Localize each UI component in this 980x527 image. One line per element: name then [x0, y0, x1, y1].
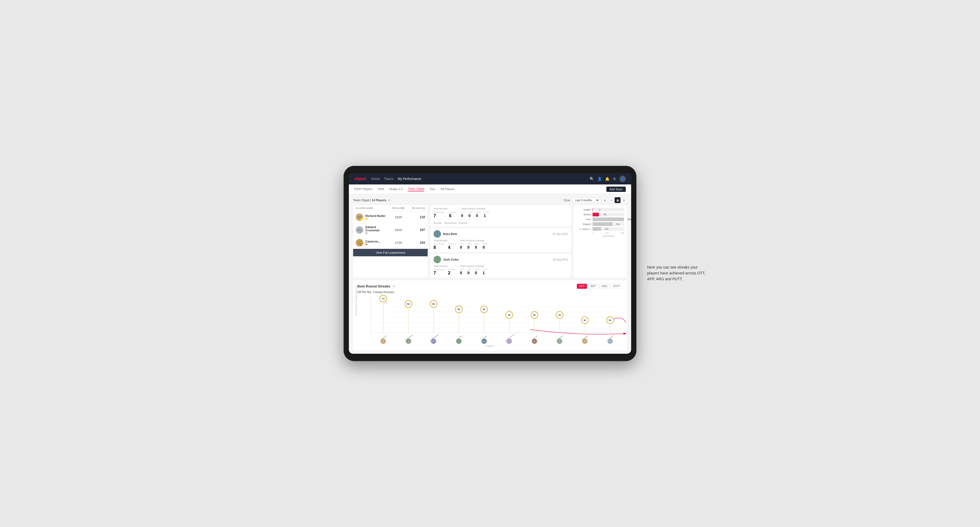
filter-putt-button[interactable]: PUTT [611, 284, 623, 289]
filter-arg-button[interactable]: ARG [599, 284, 610, 289]
sub-nav-team-clippd[interactable]: Team Clippd [408, 187, 424, 191]
table-row: RB 1 Richard Butler ⬟ 19/20 110 [353, 211, 428, 223]
bar-label-birdies: Birdies [576, 213, 591, 216]
pc-header-josh: JC Josh Coles 26 Aug 2023 [434, 256, 568, 263]
player-cards-column: Total Rounds Tournament 7 Practice 6 [430, 205, 571, 278]
player-avatar-small: M [557, 338, 562, 344]
y-axis-label: Best Streak, Fairway Accuracy [355, 315, 357, 316]
period-select[interactable]: Last 3 months Last 6 months Last 12 mont… [572, 198, 600, 203]
nav-avatar[interactable]: 👤 [619, 176, 626, 182]
streak-bubble: 5x [455, 306, 463, 313]
filter-app-button[interactable]: APP [588, 284, 598, 289]
view-full-leaderboard-button[interactable]: View Full Leaderboard [353, 249, 428, 256]
lb-avg-1: 110 [409, 215, 425, 219]
rank-badge-2: 2 [360, 230, 363, 234]
streak-bubble: 4x [506, 311, 513, 319]
lb-col-player: PLAYER NAME [356, 207, 388, 210]
team-title: Team Clippd | 14 Players ✏ [353, 198, 390, 202]
streak-bubble: 4x [556, 311, 563, 319]
sub-nav-all-players[interactable]: All Players [441, 187, 455, 191]
bar-fill-dbogeys: 131 [593, 227, 601, 231]
player-date-josh: 26 Aug 2023 [553, 258, 568, 261]
bar-track-pars: 499 [593, 217, 624, 221]
pc-header-rees: RB Rees Britt 02 Sep 2023 [434, 230, 568, 238]
bar-value-eagles: 3 [599, 208, 600, 211]
bar-row-eagles: Eagles 3 [576, 208, 624, 211]
total-practice-label-josh: Total Practice Activities [460, 265, 488, 268]
lb-avg-2: 107 [409, 228, 425, 232]
player-column: 4xD. FordD [522, 297, 547, 333]
lb-player-2: EC 2 Edward Crossman ⬟ [356, 225, 388, 235]
bar-chart: Eagles 3 Birdies [576, 208, 624, 231]
app-label: APP [468, 211, 473, 213]
nav-link-my-performance[interactable]: My Performance [398, 177, 421, 181]
bar-fill-birdies: 96 [593, 213, 599, 216]
bar-label-eagles: Eagles [576, 208, 591, 211]
sub-nav-pgat[interactable]: PGAT Players [354, 187, 372, 191]
player-card-josh: JC Josh Coles 26 Aug 2023 Total Rounds T… [430, 254, 571, 278]
putt-label: PUTT [484, 211, 490, 213]
player-column: 5xR. BrittR [471, 297, 497, 333]
lb-col-score: PB SCORE [388, 207, 409, 210]
nav-bar: clippd Home Teams My Performance 🔍 👤 🔔 ⚙… [349, 173, 631, 184]
subtitle-sub: Fairway Accuracy [373, 290, 394, 294]
player-column: 7xE. ElvertE [371, 297, 396, 333]
tournament-label: Tournament [434, 211, 445, 213]
grid-view-btn[interactable]: ⊞ [602, 197, 608, 203]
content-area: Team Clippd | 14 Players ✏ Show Last 3 m… [349, 194, 631, 354]
nav-right: 🔍 👤 🔔 ⚙ 👤 [590, 176, 626, 182]
search-icon[interactable]: 🔍 [590, 177, 594, 181]
practice-val-rees: 4 [448, 245, 456, 250]
streak-bubble: 3x [581, 316, 589, 324]
card-view-btn[interactable]: ▦ [615, 197, 620, 203]
lb-player-3: C 3 Cameron... ⬟ [356, 239, 388, 246]
bar-value-dbogeys: 131 [605, 227, 609, 230]
avatar: EC 2 [356, 226, 363, 234]
sub-nav-hcaps[interactable]: Hcaps 1-5 [389, 187, 402, 191]
filter-ott-button[interactable]: OTT [577, 284, 587, 289]
player-avatar-small: R [582, 338, 587, 344]
list-view-btn[interactable]: ≡ [608, 197, 614, 203]
avatar: C 3 [356, 239, 363, 246]
nav-links: Home Teams My Performance [371, 177, 421, 181]
player-avatar-small: E [506, 338, 512, 344]
streak-line [408, 304, 409, 333]
putt-value: 1 [484, 213, 490, 218]
bar-row-birdies: Birdies 96 [576, 213, 624, 216]
streaks-arrow-icon: ← [392, 284, 397, 289]
bell-icon[interactable]: 🔔 [605, 177, 609, 181]
person-icon[interactable]: 👤 [597, 177, 602, 181]
table-view-btn[interactable]: ⊟ [621, 197, 627, 203]
streak-bubble: 5x [480, 306, 488, 313]
streak-bubble: 7x [379, 295, 387, 302]
nav-link-home[interactable]: Home [371, 177, 380, 181]
x-label-400: 400 [621, 232, 624, 234]
player-column: 4xE. CrossmanE [497, 297, 522, 333]
streaks-header: Best Round Streaks ← OTT APP ARG PUTT [357, 284, 623, 289]
lb-col-avg: PB AVG SQ [409, 207, 425, 210]
bar-row-bogeys: Bogeys 311 [576, 222, 624, 226]
settings-icon[interactable]: ⚙ [613, 177, 616, 181]
bar-fill-bogeys: 311 [593, 222, 612, 226]
lb-player-1: RB 1 Richard Butler ⬟ [356, 213, 388, 221]
rank-badge-1: 1 [360, 218, 363, 221]
avatar: JC [434, 256, 441, 263]
bar-value-pars: 499 [627, 218, 631, 221]
lb-score-2: 18/20 [388, 229, 409, 232]
player-name-rees: Rees Britt [443, 232, 457, 236]
filter-buttons: OTT APP ARG PUTT [577, 284, 623, 289]
edit-icon[interactable]: ✏ [388, 198, 390, 202]
pc-player-josh: JC Josh Coles [434, 256, 459, 263]
avatar: RB 1 [356, 213, 363, 221]
player-date-rees: 02 Sep 2023 [552, 233, 568, 236]
sub-nav-tour[interactable]: Tour [430, 187, 435, 191]
pc-player-rees: RB Rees Britt [434, 230, 457, 238]
player-column: 5xJ. ColesJ [446, 297, 472, 333]
sub-nav-pga[interactable]: PGA [378, 187, 384, 191]
streak-bubble: 3x [606, 316, 614, 324]
nav-link-teams[interactable]: Teams [384, 177, 393, 181]
player-avatar-small: R [482, 338, 487, 344]
add-team-button[interactable]: Add Team [606, 187, 626, 192]
bar-label-bogeys: Bogeys [576, 223, 591, 225]
bar-track-birdies: 96 [593, 213, 624, 216]
